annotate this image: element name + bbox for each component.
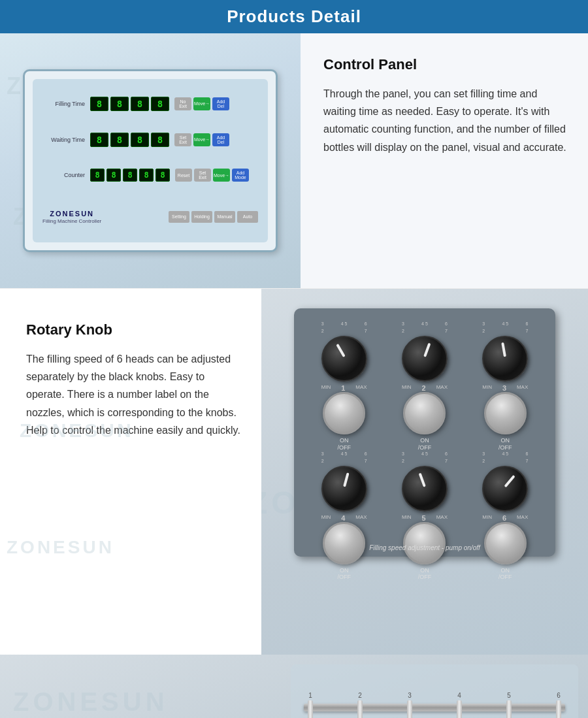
knob-cell-onoff-3: ON/OFF bbox=[484, 392, 527, 451]
knob-black-3[interactable] bbox=[482, 336, 528, 382]
brand-text: ZONESUN Filling Machine Controller bbox=[42, 209, 101, 225]
knob-indicator-4 bbox=[343, 472, 350, 487]
digit-6: 8 bbox=[110, 133, 129, 147]
move-btn-1[interactable]: Move→ bbox=[193, 97, 210, 110]
nozzle-illustration: 1 2 3 4 bbox=[291, 664, 578, 718]
set-exit-btn-2[interactable]: SetExit bbox=[194, 169, 211, 182]
add-mode-btn[interactable]: AddMode bbox=[232, 169, 249, 182]
digit-7: 8 bbox=[131, 133, 149, 147]
digit-10: 8 bbox=[106, 169, 121, 182]
nozzle-col-1: 1 bbox=[301, 692, 319, 718]
control-panel-illustration: Filling Time 8 8 8 8 NoExit Move→ AddDel bbox=[23, 69, 278, 252]
rotary-knob-body: The filling speed of 6 heads can be adju… bbox=[26, 350, 245, 439]
knob-silver-3[interactable] bbox=[484, 392, 527, 434]
nozzle-stem-6 bbox=[556, 700, 561, 718]
waiting-time-label: Waiting Time bbox=[42, 137, 85, 143]
digit-4: 8 bbox=[151, 97, 169, 111]
filling-btns: NoExit Move→ AddDel bbox=[174, 97, 229, 110]
setting-btn[interactable]: Setting bbox=[169, 211, 189, 223]
counter-display: 8 8 8 8 8 bbox=[90, 169, 170, 182]
knob-black-6[interactable] bbox=[482, 466, 528, 512]
knob-indicator-1 bbox=[336, 344, 345, 357]
nozzle-num-1: 1 bbox=[308, 692, 312, 699]
knob-silver-1[interactable] bbox=[323, 392, 365, 434]
manual-btn[interactable]: Manual bbox=[214, 211, 235, 223]
nozzle-stem-1 bbox=[308, 700, 313, 718]
knob-minmax-6: MIN6MAX bbox=[482, 514, 528, 522]
knob-black-2[interactable] bbox=[402, 336, 448, 382]
digit-8: 8 bbox=[151, 133, 169, 147]
knob-black-1[interactable] bbox=[321, 336, 367, 382]
section-nozzles: ZONESUN ZONESUN 1 2 3 bbox=[0, 655, 588, 718]
knob-indicator-2 bbox=[423, 343, 431, 357]
nozzle-num-5: 5 bbox=[507, 692, 511, 699]
section-control-panel: ZONESUN ZONESUN ZONESUN Filling Time 8 8… bbox=[0, 33, 588, 288]
knob-caption: Filling speed adjustment - pump on/off bbox=[294, 544, 555, 551]
brand-subtitle: Filling Machine Controller bbox=[42, 218, 101, 225]
counter-label: Counter bbox=[42, 172, 85, 178]
knob-cell-4: 34 56 27 MIN4MAX bbox=[321, 451, 367, 522]
knob-onoff-label-5: ON/OFF bbox=[418, 567, 432, 581]
set-exit-btn[interactable]: SetExit bbox=[174, 133, 191, 146]
digit-5: 8 bbox=[90, 133, 108, 147]
knob-black-5[interactable] bbox=[402, 466, 448, 512]
nozzle-stem-3 bbox=[407, 700, 412, 718]
knob-cell-3: 34 56 27 MIN3MAX bbox=[482, 321, 528, 392]
knob-black-4[interactable] bbox=[321, 466, 367, 512]
filling-time-label: Filling Time bbox=[42, 101, 85, 107]
knob-indicator-5 bbox=[419, 472, 426, 487]
knob-silver-2[interactable] bbox=[403, 392, 446, 434]
knob-onoff-label-6: ON/OFF bbox=[498, 567, 512, 581]
knob-cell-onoff-2: ON/OFF bbox=[403, 392, 446, 451]
knob-minmax-4: MIN4MAX bbox=[321, 514, 367, 522]
reset-btn[interactable]: Reset bbox=[175, 169, 192, 182]
section-rotary-knob: ZONESUN ZONESUN Rotary Knob The filling … bbox=[0, 288, 588, 655]
nozzle-num-2: 2 bbox=[358, 692, 362, 699]
knob-silver-5[interactable] bbox=[403, 522, 446, 564]
filling-time-display: 8 8 8 8 bbox=[90, 97, 169, 111]
digit-9: 8 bbox=[90, 169, 105, 182]
add-del-btn-1[interactable]: AddDel bbox=[212, 97, 229, 110]
digit-13: 8 bbox=[155, 169, 170, 182]
digit-12: 8 bbox=[139, 169, 154, 182]
knob-row-1: 34 56 27 MIN1MAX 34 56 27 MIN2MAX bbox=[307, 321, 542, 392]
knob-cell-6: 34 56 27 MIN6MAX bbox=[482, 451, 528, 522]
page-title: Products Detail bbox=[0, 7, 588, 27]
nozzle-col-3: 3 bbox=[400, 692, 419, 718]
waiting-btns: SetExit Move→ AddDel bbox=[174, 133, 229, 146]
knob-silver-4[interactable] bbox=[323, 522, 365, 564]
auto-btn[interactable]: Auto bbox=[237, 211, 258, 223]
control-panel-image: ZONESUN ZONESUN ZONESUN Filling Time 8 8… bbox=[0, 33, 301, 288]
nozzle-num-4: 4 bbox=[457, 692, 461, 699]
knob-silver-6[interactable] bbox=[484, 522, 527, 564]
holding-btn[interactable]: Holding bbox=[191, 211, 212, 223]
panel-bottom: ZONESUN Filling Machine Controller Setti… bbox=[42, 206, 258, 225]
move-btn-3[interactable]: Move→ bbox=[213, 169, 230, 182]
nozzle-stem-4 bbox=[457, 700, 462, 718]
knob-cell-1: 34 56 27 MIN1MAX bbox=[321, 321, 367, 392]
nozzle-col-4: 4 bbox=[450, 692, 468, 718]
nozzle-num-3: 3 bbox=[408, 692, 412, 699]
panel-inner: Filling Time 8 8 8 8 NoExit Move→ AddDel bbox=[33, 79, 268, 242]
move-btn-2[interactable]: Move→ bbox=[193, 133, 210, 146]
nozzle-stem-2 bbox=[357, 700, 363, 718]
no-exit-btn[interactable]: NoExit bbox=[174, 97, 191, 110]
panel-row-waiting: Waiting Time 8 8 8 8 SetExit Move→ AddDe… bbox=[42, 133, 258, 147]
nozzle-col-2: 2 bbox=[351, 692, 369, 718]
control-panel-text: Control Panel Through the panel, you can… bbox=[301, 33, 588, 288]
watermark-7: ZONESUN bbox=[13, 687, 169, 717]
watermark-5: ZONESUN bbox=[7, 537, 114, 558]
knob-panel-illustration: 34 56 27 MIN1MAX 34 56 27 MIN2MAX bbox=[294, 308, 555, 557]
digit-1: 8 bbox=[90, 97, 108, 111]
digit-11: 8 bbox=[123, 169, 137, 182]
add-del-btn-2[interactable]: AddDel bbox=[212, 133, 229, 146]
control-panel-body: Through the panel, you can set filling t… bbox=[323, 85, 568, 156]
brand-name: ZONESUN bbox=[42, 209, 101, 218]
knob-minmax-5: MIN5MAX bbox=[402, 514, 448, 522]
counter-btns: Reset SetExit Move→ AddMode bbox=[175, 169, 249, 182]
nozzle-num-6: 6 bbox=[557, 692, 561, 699]
knob-minmax-1: MIN1MAX bbox=[321, 384, 367, 392]
knob-indicator-3 bbox=[502, 342, 507, 357]
knob-cell-5: 34 56 27 MIN5MAX bbox=[402, 451, 448, 522]
panel-row-counter: Counter 8 8 8 8 8 Reset SetExit Move→ Ad… bbox=[42, 169, 258, 182]
